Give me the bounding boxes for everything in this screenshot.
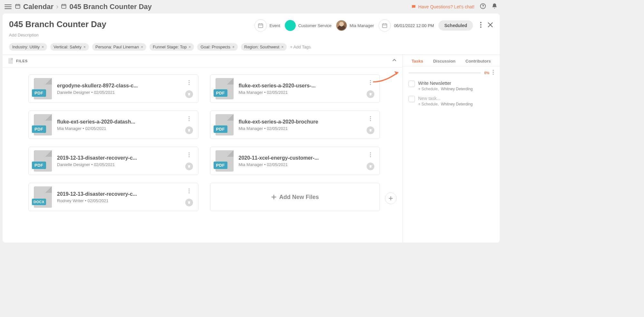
- hamburger-icon[interactable]: [5, 3, 12, 10]
- help-icon[interactable]: [480, 3, 486, 11]
- tag[interactable]: Persona: Paul Lineman×: [92, 43, 146, 51]
- remove-tag-icon[interactable]: ×: [188, 45, 191, 49]
- file-type-icon: PDF: [34, 114, 52, 135]
- schedule-link[interactable]: + Schedule,: [418, 102, 439, 106]
- file-more-menu[interactable]: [188, 79, 190, 87]
- new-task-input[interactable]: New task...: [418, 96, 494, 101]
- file-more-menu[interactable]: [369, 79, 372, 87]
- files-grid: PDF ergodyne-skullerz-8972-class-c... Da…: [3, 67, 402, 211]
- file-card[interactable]: PDF 2020-11-xcel-energy-customer-... Mia…: [210, 147, 380, 175]
- tag[interactable]: Vertical: Safety×: [50, 43, 89, 51]
- tag[interactable]: Funnel Stage: Top×: [149, 43, 194, 51]
- task-checkbox[interactable]: [409, 96, 415, 102]
- event-type-selector[interactable]: Event: [255, 19, 280, 32]
- file-type-icon: DOCX: [34, 186, 52, 208]
- svg-point-42: [188, 190, 189, 191]
- task-checkbox[interactable]: [409, 81, 415, 87]
- file-type-badge: PDF: [32, 89, 46, 97]
- svg-point-9: [483, 7, 483, 8]
- file-name: 2020-11-xcel-energy-customer-...: [239, 155, 362, 161]
- date-selector[interactable]: 06/01/2022 12:00 PM: [379, 19, 434, 32]
- file-name: ergodyne-skullerz-8972-class-c...: [57, 83, 180, 89]
- svg-point-48: [493, 70, 494, 71]
- task-assignee[interactable]: Whitney Deterding: [441, 87, 473, 91]
- delete-file-button[interactable]: [185, 126, 193, 134]
- breadcrumb: Calendar › 045 Branch Counter Day: [15, 3, 152, 11]
- tag[interactable]: Region: Southwest×: [241, 43, 287, 51]
- file-more-menu[interactable]: [369, 115, 372, 123]
- file-more-menu[interactable]: [369, 152, 372, 159]
- files-section-header: FILES: [3, 55, 402, 67]
- delete-file-button[interactable]: [367, 90, 374, 98]
- card-body: FILES PDF ergodyne-skullerz-8972-class-c…: [3, 55, 500, 243]
- category-selector[interactable]: Customer Service: [285, 20, 332, 31]
- tag[interactable]: Industry: Utility×: [9, 43, 47, 51]
- file-card[interactable]: PDF fluke-ext-series-a-2020-users-... Mi…: [210, 74, 380, 103]
- status-badge[interactable]: Scheduled: [438, 20, 473, 31]
- file-card[interactable]: PDF ergodyne-skullerz-8972-class-c... Da…: [28, 74, 198, 103]
- delete-file-button[interactable]: [185, 199, 193, 206]
- remove-tag-icon[interactable]: ×: [281, 45, 284, 49]
- delete-file-button[interactable]: [185, 90, 193, 98]
- file-card[interactable]: PDF fluke-ext-series-a-2020-datash... Mi…: [28, 111, 198, 139]
- delete-file-button[interactable]: [367, 126, 374, 134]
- svg-point-24: [188, 82, 189, 83]
- event-type-label: Event: [269, 23, 280, 28]
- schedule-link[interactable]: + Schedule,: [418, 87, 439, 91]
- file-card[interactable]: PDF 2019-12-13-disaster-recovery-c... Da…: [28, 147, 198, 175]
- remove-tag-icon[interactable]: ×: [141, 45, 143, 49]
- side-panel: Tasks Discussion Contributors 0% Write N…: [403, 55, 500, 243]
- add-new-files-button[interactable]: Add New Files: [210, 183, 380, 211]
- add-tags-button[interactable]: + Add Tags: [290, 45, 311, 49]
- svg-point-37: [188, 156, 189, 157]
- file-meta: Mia Manager • 02/05/2021: [239, 126, 362, 131]
- tag[interactable]: Goal: Prospects×: [197, 43, 238, 51]
- task-assignee[interactable]: Whitney Deterding: [441, 102, 473, 106]
- svg-point-19: [480, 24, 482, 25]
- progress-bar: [409, 72, 481, 74]
- remove-tag-icon[interactable]: ×: [232, 45, 235, 49]
- file-meta: Mia Manager • 02/05/2021: [239, 162, 362, 167]
- bell-icon[interactable]: [491, 3, 498, 11]
- remove-tag-icon[interactable]: ×: [42, 45, 44, 49]
- files-column: FILES PDF ergodyne-skullerz-8972-class-c…: [3, 55, 403, 243]
- file-card[interactable]: DOCX 2019-12-13-disaster-recovery-c... R…: [28, 183, 198, 211]
- svg-point-31: [188, 120, 189, 121]
- file-more-menu[interactable]: [188, 188, 190, 195]
- collapse-icon[interactable]: [392, 58, 397, 64]
- file-meta: Danielle Designer • 02/05/2021: [57, 90, 180, 95]
- date-text: 06/01/2022 12:00 PM: [394, 23, 434, 28]
- add-description[interactable]: Add Description: [9, 33, 106, 37]
- svg-point-41: [188, 188, 189, 189]
- svg-rect-4: [62, 4, 66, 8]
- svg-point-39: [370, 154, 371, 155]
- chat-icon: [411, 4, 416, 9]
- file-type-badge: PDF: [214, 89, 228, 97]
- delete-file-button[interactable]: [367, 163, 374, 170]
- file-meta: Mia Manager • 02/05/2021: [239, 90, 362, 95]
- file-more-menu[interactable]: [188, 115, 190, 123]
- task-title[interactable]: Write Newsletter: [418, 81, 494, 86]
- remove-tag-icon[interactable]: ×: [83, 45, 86, 49]
- file-type-icon: PDF: [216, 78, 234, 99]
- file-more-menu[interactable]: [188, 152, 190, 159]
- progress-value: 0%: [484, 71, 489, 75]
- tab-contributors[interactable]: Contributors: [466, 59, 491, 64]
- file-name: fluke-ext-series-a-2020-brochure: [239, 119, 362, 125]
- add-button[interactable]: [385, 193, 397, 204]
- tab-tasks[interactable]: Tasks: [412, 59, 423, 64]
- file-card[interactable]: PDF fluke-ext-series-a-2020-brochure Mia…: [210, 111, 380, 139]
- svg-point-36: [188, 154, 189, 155]
- tasks-more-menu[interactable]: [493, 70, 494, 76]
- more-menu[interactable]: [480, 22, 482, 29]
- tags-row: Industry: Utility× Vertical: Safety× Per…: [9, 43, 493, 54]
- tab-discussion[interactable]: Discussion: [433, 59, 455, 64]
- breadcrumb-root[interactable]: Calendar: [23, 3, 53, 11]
- side-tabs: Tasks Discussion Contributors: [403, 59, 500, 66]
- category-label: Customer Service: [298, 23, 332, 28]
- delete-file-button[interactable]: [185, 163, 193, 170]
- chat-link[interactable]: Have Questions? Let's chat!: [411, 4, 475, 9]
- close-button[interactable]: [487, 22, 493, 29]
- owner-selector[interactable]: Mia Manager: [336, 20, 374, 31]
- file-type-badge: PDF: [214, 162, 228, 169]
